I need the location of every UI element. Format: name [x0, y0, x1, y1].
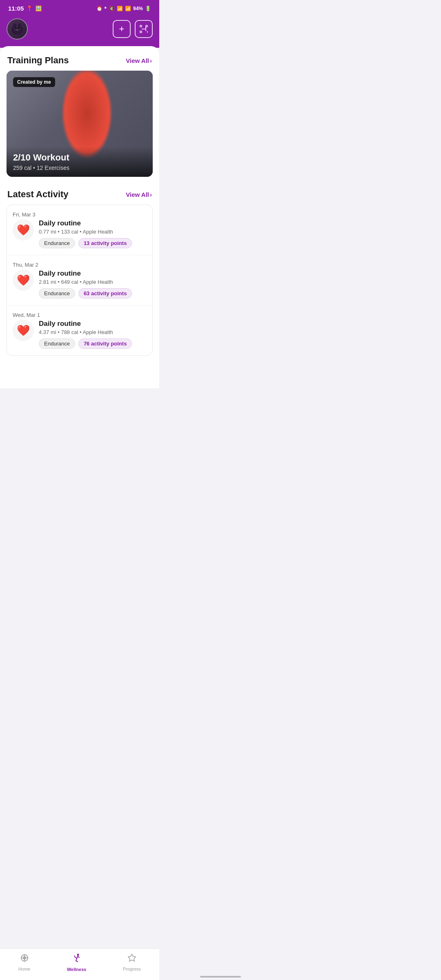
heart-icon-3: ❤️ — [17, 324, 30, 337]
status-right: ⏰ * 🔇 📶 📶 94% 🔋 — [96, 5, 151, 12]
barcode-icon — [139, 24, 148, 33]
avatar[interactable] — [7, 18, 28, 40]
mute-icon: 🔇 — [109, 6, 115, 11]
tag-endurance-1: Endurance — [39, 238, 75, 248]
chevron-right-icon-2: › — [150, 191, 152, 198]
header: + — [0, 15, 159, 48]
activity-stats-2: 2.81 mi • 649 cal • Apple Health — [39, 279, 147, 285]
heart-icon-2: ❤️ — [17, 274, 30, 287]
activity-date-2: Thu, Mar 2 — [13, 262, 147, 268]
activity-tags-1: Endurance 13 activity points — [39, 238, 147, 248]
training-section-header: Training Plans View All › — [0, 46, 159, 71]
activity-date-3: Wed, Mar 1 — [13, 312, 147, 318]
activity-details-1: Daily routine 0.77 mi • 133 cal • Apple … — [39, 219, 147, 248]
alarm-icon: ⏰ — [96, 6, 102, 11]
svg-point-6 — [16, 29, 18, 31]
training-view-all[interactable]: View All › — [126, 57, 152, 64]
gallery-icon: 🖼️ — [35, 5, 42, 11]
activity-view-all[interactable]: View All › — [126, 191, 152, 198]
activity-row-3: ❤️ Daily routine 4.37 mi • 788 cal • App… — [13, 320, 147, 349]
activity-date-1: Fri, Mar 3 — [13, 212, 147, 218]
activity-icon-wrap-2: ❤️ — [13, 270, 34, 291]
heart-icon-1: ❤️ — [17, 224, 30, 236]
activity-section: Latest Activity View All › Fri, Mar 3 ❤️… — [0, 177, 159, 356]
activity-title: Latest Activity — [7, 189, 69, 200]
svg-point-5 — [18, 27, 19, 29]
training-card-meta: 259 cal • 12 Exercises — [13, 165, 146, 171]
training-card-info: 2/10 Workout 259 cal • 12 Exercises — [7, 147, 153, 177]
training-card-title: 2/10 Workout — [13, 152, 146, 163]
battery-text: 94% — [133, 6, 143, 11]
activity-details-2: Daily routine 2.81 mi • 649 cal • Apple … — [39, 270, 147, 298]
svg-rect-8 — [146, 25, 147, 27]
svg-rect-9 — [140, 31, 142, 33]
activity-icon-wrap-1: ❤️ — [13, 219, 34, 241]
svg-point-4 — [15, 27, 17, 29]
activity-name-1: Daily routine — [39, 219, 147, 227]
location-icon: 📍 — [26, 5, 33, 11]
activity-item-2[interactable]: Thu, Mar 2 ❤️ Daily routine 2.81 mi • 64… — [7, 255, 152, 305]
training-title: Training Plans — [7, 55, 69, 66]
chevron-right-icon: › — [150, 57, 152, 64]
bluetooth-icon: * — [105, 5, 107, 12]
activity-details-3: Daily routine 4.37 mi • 788 cal • Apple … — [39, 320, 147, 349]
avatar-image — [9, 21, 25, 37]
tag-points-2: 63 activity points — [78, 288, 132, 298]
activity-name-3: Daily routine — [39, 320, 147, 328]
training-card[interactable]: Created by me 2/10 Workout 259 cal • 12 … — [7, 71, 153, 177]
activity-card: Fri, Mar 3 ❤️ Daily routine 0.77 mi • 13… — [7, 205, 153, 356]
activity-name-2: Daily routine — [39, 270, 147, 278]
svg-rect-7 — [140, 25, 142, 27]
activity-stats-3: 4.37 mi • 788 cal • Apple Health — [39, 329, 147, 335]
activity-tags-3: Endurance 76 activity points — [39, 339, 147, 349]
activity-row-2: ❤️ Daily routine 2.81 mi • 649 cal • App… — [13, 270, 147, 298]
main-content: Training Plans View All › Created by me … — [0, 46, 159, 388]
scan-button[interactable] — [135, 20, 153, 38]
activity-icon-wrap-3: ❤️ — [13, 320, 34, 341]
activity-tags-2: Endurance 63 activity points — [39, 288, 147, 298]
battery-icon: 🔋 — [145, 6, 151, 11]
status-bar: 11:05 📍 🖼️ ⏰ * 🔇 📶 📶 94% 🔋 — [0, 0, 159, 15]
plus-icon: + — [119, 24, 125, 34]
tag-points-3: 76 activity points — [78, 339, 132, 349]
tag-endurance-3: Endurance — [39, 339, 75, 349]
add-button[interactable]: + — [113, 20, 131, 38]
activity-row-1: ❤️ Daily routine 0.77 mi • 133 cal • App… — [13, 219, 147, 248]
wifi-icon: 📶 — [117, 6, 123, 11]
status-time: 11:05 — [8, 5, 24, 12]
activity-item-3[interactable]: Wed, Mar 1 ❤️ Daily routine 4.37 mi • 78… — [7, 305, 152, 355]
activity-item-1[interactable]: Fri, Mar 3 ❤️ Daily routine 0.77 mi • 13… — [7, 205, 152, 255]
activity-stats-1: 0.77 mi • 133 cal • Apple Health — [39, 229, 147, 235]
tag-points-1: 13 activity points — [78, 238, 132, 248]
tag-endurance-2: Endurance — [39, 288, 75, 298]
activity-section-header: Latest Activity View All › — [0, 180, 159, 205]
training-card-badge: Created by me — [13, 77, 55, 87]
signal-icon: 📶 — [125, 6, 131, 11]
header-actions: + — [113, 20, 153, 38]
